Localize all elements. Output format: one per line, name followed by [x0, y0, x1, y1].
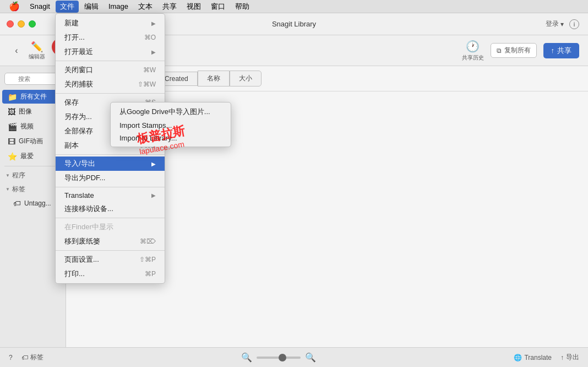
all-files-icon: 📁 — [8, 93, 17, 101]
images-icon: 🖼 — [8, 107, 15, 116]
zoom-slider[interactable] — [257, 357, 301, 359]
copy-icon: ⧉ — [497, 47, 502, 55]
menu-divider — [56, 187, 165, 187]
info-icon[interactable]: i — [569, 19, 579, 29]
menubar-view[interactable]: 视图 — [182, 1, 205, 13]
menu-import-export[interactable]: 导入/导出 ▶ — [56, 156, 165, 171]
submenu-arrow: ▶ — [151, 20, 156, 26]
sidebar-item-label: 视频 — [20, 122, 34, 131]
menu-divider — [56, 93, 165, 94]
menubar-snagit[interactable]: Snagit — [25, 1, 55, 12]
bottombar-left: ? 🏷 标签 — [9, 353, 43, 362]
export-icon: ↑ — [560, 354, 564, 361]
sidebar-item-label: 最爱 — [20, 152, 34, 161]
menu-import-stamps[interactable]: Import Stamps... — [111, 119, 231, 132]
export-button[interactable]: ↑ 导出 — [560, 353, 579, 362]
share-history-label: 共享历史 — [462, 54, 484, 62]
zoom-search-icon-large: 🔍 — [305, 352, 316, 363]
login-button[interactable]: 登录 ▾ — [546, 19, 564, 29]
tag-button[interactable]: 🏷 标签 — [21, 353, 43, 362]
menu-translate[interactable]: Translate ▶ — [56, 189, 165, 202]
submenu-arrow: ▶ — [151, 161, 156, 167]
sidebar-item-label: Untagg... — [24, 199, 51, 207]
menu-page-setup[interactable]: 页面设置... ⇧⌘P — [56, 252, 165, 267]
menu-import-google-drive[interactable]: 从Google Drive中导入图片... — [111, 105, 231, 119]
videos-icon: 🎬 — [8, 122, 17, 131]
menu-divider — [56, 154, 165, 155]
sidebar-item-gifs[interactable]: 🎞 GIF动画 — [2, 134, 63, 148]
titlebar-right: 登录 ▾ i — [546, 19, 579, 29]
menu-divider — [56, 61, 165, 61]
bottombar-center: 🔍 🔍 — [241, 352, 316, 363]
sort-size[interactable]: 大小 — [230, 71, 262, 87]
programs-label: 程序 — [12, 171, 25, 180]
window-controls — [7, 20, 36, 28]
sidebar-item-all-files[interactable]: 📁 所有文件 — [2, 90, 63, 104]
sidebar-item-videos[interactable]: 🎬 视频 — [2, 120, 63, 133]
menubar-text[interactable]: 文本 — [134, 1, 157, 13]
zoom-thumb[interactable] — [279, 354, 286, 361]
sidebar-item-untagged[interactable]: 🏷 Untagg... — [2, 197, 63, 210]
menu-print[interactable]: 打印... ⌘P — [56, 267, 165, 281]
search-input[interactable] — [4, 73, 61, 85]
export-label: 导出 — [566, 353, 579, 362]
menu-divider — [56, 218, 165, 218]
sidebar-item-label: 所有文件 — [20, 92, 47, 101]
translate-icon: 🌐 — [514, 354, 522, 361]
sidebar-item-label: 图像 — [19, 107, 32, 116]
window-title: Snagit Library — [272, 20, 316, 28]
share-history-button[interactable]: 🕐 共享历史 — [462, 40, 484, 62]
translate-label: Translate — [524, 354, 552, 361]
menubar: 🍎 Snagit 文件 编辑 Image 文本 共享 视图 窗口 帮助 — [0, 0, 588, 13]
menu-import-to-library[interactable]: Import to Library... — [111, 132, 231, 144]
sidebar-item-label: GIF动画 — [19, 137, 43, 146]
maximize-button[interactable] — [29, 20, 36, 28]
submenu-arrow: ▶ — [151, 192, 156, 198]
menu-close-window[interactable]: 关闭窗口 ⌘W — [56, 63, 165, 77]
share-icon: ↑ — [551, 46, 555, 55]
zoom-search-icon: 🔍 — [241, 352, 252, 363]
back-button[interactable]: ‹ — [9, 43, 24, 58]
menu-close-capture[interactable]: 关闭捕获 ⇧⌘W — [56, 77, 165, 91]
gifs-icon: 🎞 — [8, 137, 15, 146]
apple-menu[interactable]: 🍎 — [4, 1, 24, 12]
share-button[interactable]: ↑ 共享 — [543, 43, 580, 58]
menubar-image[interactable]: Image — [104, 1, 133, 12]
bottombar: ? 🏷 标签 🔍 🔍 🌐 Translate ↑ 导出 — [0, 347, 588, 367]
close-button[interactable] — [7, 20, 14, 28]
menu-move-to-trash[interactable]: 移到废纸篓 ⌘⌦ — [56, 234, 165, 249]
menu-open[interactable]: 打开... ⌘O — [56, 30, 165, 45]
copy-all-button[interactable]: ⧉ 复制所有 — [491, 43, 537, 58]
question-icon: ? — [9, 354, 13, 361]
copy-all-label: 复制所有 — [504, 46, 531, 55]
question-button[interactable]: ? — [9, 354, 13, 361]
menu-divider — [56, 250, 165, 251]
submenu-dropdown: 从Google Drive中导入图片... Import Stamps... I… — [110, 102, 231, 147]
menu-connect-device[interactable]: 连接移动设备... — [56, 202, 165, 216]
submenu-arrow: ▶ — [151, 49, 156, 55]
menubar-help[interactable]: 帮助 — [231, 1, 254, 13]
sidebar-divider — [4, 166, 61, 166]
tag-label: 标签 — [30, 353, 43, 362]
file-menu: 新建 ▶ 打开... ⌘O 打开最近 ▶ 关闭窗口 ⌘W 关闭捕获 ⇧⌘W 保存… — [55, 13, 165, 284]
menubar-share[interactable]: 共享 — [158, 1, 181, 13]
sort-name[interactable]: 名称 — [198, 71, 230, 87]
import-export-submenu: 从Google Drive中导入图片... Import Stamps... I… — [110, 102, 231, 147]
file-dropdown: 新建 ▶ 打开... ⌘O 打开最近 ▶ 关闭窗口 ⌘W 关闭捕获 ⇧⌘W 保存… — [55, 13, 165, 284]
sidebar-item-favorites[interactable]: ⭐ 最爱 — [2, 149, 63, 163]
editor-label: 编辑器 — [29, 53, 45, 61]
menu-show-in-finder: 在Finder中显示 — [56, 220, 165, 234]
menubar-file[interactable]: 文件 — [56, 1, 79, 13]
minimize-button[interactable] — [18, 20, 25, 28]
tags-label: 标签 — [12, 185, 25, 194]
menu-new[interactable]: 新建 ▶ — [56, 16, 165, 30]
menu-export-pdf[interactable]: 导出为PDF... — [56, 171, 165, 185]
menu-open-recent[interactable]: 打开最近 ▶ — [56, 45, 165, 59]
collapse-icon: ▼ — [6, 187, 10, 192]
tag-icon: 🏷 — [21, 354, 28, 361]
menubar-edit[interactable]: 编辑 — [80, 1, 103, 13]
menubar-window[interactable]: 窗口 — [206, 1, 230, 13]
sidebar-item-images[interactable]: 🖼 图像 — [2, 105, 63, 118]
translate-button[interactable]: 🌐 Translate — [514, 354, 552, 361]
editor-button[interactable]: ✏️ 编辑器 — [29, 41, 45, 61]
